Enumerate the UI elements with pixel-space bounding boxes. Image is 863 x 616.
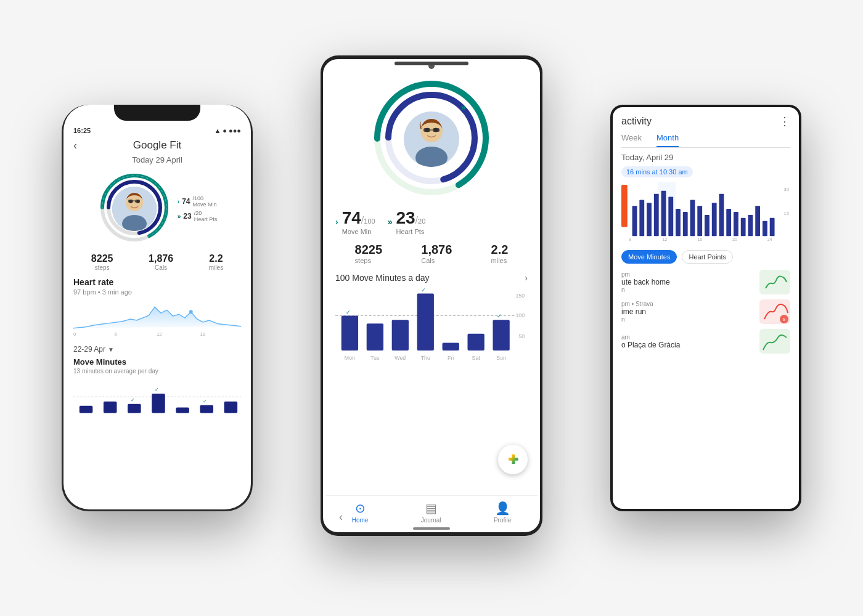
status-icons: ▲ ● ●●● (214, 127, 241, 134)
svg-rect-19 (80, 406, 93, 413)
cals-val-left: 1,876 (149, 253, 173, 264)
avatar-small (112, 187, 157, 231)
activity-info-2: pm • Strava ime run n (621, 301, 653, 323)
svg-rect-81 (719, 194, 724, 237)
miles-center: 2.2 miles (491, 243, 509, 264)
fab-button[interactable]: ✚ (498, 445, 528, 474)
journal-icon: ▤ (425, 501, 437, 516)
svg-rect-22 (152, 394, 165, 413)
svg-text:24: 24 (767, 237, 772, 241)
svg-rect-79 (705, 215, 710, 236)
back-btn-center[interactable]: ‹ (339, 511, 343, 524)
svg-rect-74 (668, 197, 673, 237)
svg-rect-88 (770, 218, 775, 236)
svg-text:100: 100 (515, 312, 525, 318)
heart-sub-small: /20Heart Pts (194, 210, 218, 222)
chart-title-center: 100 Move Minutes a day (335, 273, 430, 283)
ring-container-small: › 74 /100Move Min » 23 /20Heart Pts (73, 171, 241, 247)
right-title: activity (621, 116, 652, 127)
tab-week[interactable]: Week (621, 133, 642, 147)
svg-text:Sun: Sun (496, 355, 506, 361)
svg-text:12: 12 (157, 331, 162, 337)
metrics-left: 8225 steps 1,876 Cals 2.2 miles (73, 253, 241, 271)
move-arrow-center: › (335, 217, 338, 227)
center-stats: › 74/100 Move Min » 23/20 Heart Pts (335, 208, 528, 235)
svg-rect-53 (468, 334, 485, 351)
svg-rect-24 (200, 405, 213, 413)
phone-center: » › (321, 55, 542, 536)
svg-rect-73 (661, 191, 666, 236)
nav-home[interactable]: ⊙ Home (352, 501, 369, 524)
svg-rect-23 (176, 408, 189, 413)
cals-center: 1,876 Cals (421, 243, 452, 264)
status-bar-left: 16:25 ▲ ● ●●● (73, 127, 241, 134)
steps-val-left: 8225 (91, 253, 113, 264)
phone-left: 16:25 ▲ ● ●●● ‹ Google Fit Today 29 Apri… (62, 105, 253, 511)
activity-map-2: S (759, 299, 790, 324)
move-sub-left: 13 minutes on average per day (73, 368, 241, 375)
activity-info-1: pm ute back home n (621, 271, 670, 293)
scene: 16:25 ▲ ● ●●● ‹ Google Fit Today 29 Apri… (31, 25, 832, 591)
activity-info-3: am o Plaça de Gràcia (621, 334, 680, 349)
left-date: Today 29 April (73, 155, 241, 164)
heart-num-center: 23/20 Heart Pts (396, 208, 425, 235)
date-range-text: 22-29 Apr (73, 345, 105, 354)
svg-rect-69 (632, 206, 637, 236)
activity-item-3[interactable]: am o Plaça de Gràcia (621, 329, 790, 354)
svg-rect-71 (647, 203, 652, 236)
svg-rect-82 (726, 209, 731, 236)
miles-label-left: miles (209, 264, 223, 271)
svg-text:Wed: Wed (395, 355, 406, 361)
right-date-title: Today, April 29 (621, 153, 790, 162)
bar-chart-left: ✓ ✓ ✓ (73, 378, 241, 415)
tab-month[interactable]: Month (656, 133, 679, 147)
left-header: ‹ Google Fit (73, 139, 241, 152)
more-icon[interactable]: ⋮ (779, 115, 790, 128)
right-tabs: Week Month (621, 133, 790, 148)
move-stat-center: › 74/100 Move Min (335, 208, 375, 235)
svg-rect-11 (135, 200, 140, 203)
svg-rect-48 (342, 316, 358, 351)
fab-plus-icon: ✚ (508, 452, 518, 467)
svg-text:Mon: Mon (345, 355, 355, 361)
svg-rect-51 (417, 293, 434, 351)
activity-item-2[interactable]: pm • Strava ime run n S (621, 299, 790, 324)
hr-chart: 0 6 12 18 (73, 301, 241, 338)
home-indicator-center (413, 527, 450, 530)
svg-rect-49 (367, 323, 383, 351)
svg-rect-52 (443, 342, 459, 351)
phone-right: activity ⋮ Week Month Today, April 29 16… (610, 105, 801, 511)
svg-rect-25 (224, 402, 238, 413)
svg-text:S: S (782, 317, 785, 322)
filter-move-btn[interactable]: Move Minutes (621, 250, 677, 264)
activity-map-1 (759, 270, 790, 294)
nav-journal[interactable]: ▤ Journal (421, 501, 441, 524)
svg-text:✓: ✓ (155, 387, 159, 392)
back-button[interactable]: ‹ (73, 139, 77, 152)
bottom-nav-center: ⊙ Home ▤ Journal 👤 Profile (325, 495, 538, 524)
chart-chevron-center[interactable]: › (525, 273, 528, 283)
activity-item-1[interactable]: pm ute back home n (621, 270, 790, 294)
move-num-center: 74/100 Move Min (342, 208, 375, 235)
screen-left: 16:25 ▲ ● ●●● ‹ Google Fit Today 29 Apri… (63, 105, 251, 509)
svg-text:✓: ✓ (203, 399, 207, 404)
hr-title: Heart rate (73, 277, 241, 287)
date-dropdown-icon[interactable]: ▼ (108, 346, 114, 353)
heart-arrow-center: » (388, 217, 393, 227)
notch-left (114, 105, 200, 121)
big-ring-wrapper: » › (370, 76, 493, 202)
svg-rect-10 (128, 200, 133, 203)
date-range-left: 22-29 Apr ▼ (73, 345, 241, 354)
svg-rect-83 (734, 212, 738, 236)
profile-label: Profile (494, 517, 511, 524)
journal-label: Journal (421, 517, 441, 524)
move-arrow-small: › (178, 198, 179, 205)
svg-text:Fri: Fri (448, 355, 454, 361)
svg-rect-68 (621, 185, 628, 227)
svg-text:»: » (461, 102, 466, 112)
filter-heart-btn[interactable]: Heart Points (682, 250, 733, 264)
svg-rect-84 (741, 218, 746, 236)
avatar-center (404, 111, 459, 167)
nav-profile[interactable]: 👤 Profile (494, 501, 511, 524)
filter-buttons: Move Minutes Heart Points (621, 250, 790, 264)
